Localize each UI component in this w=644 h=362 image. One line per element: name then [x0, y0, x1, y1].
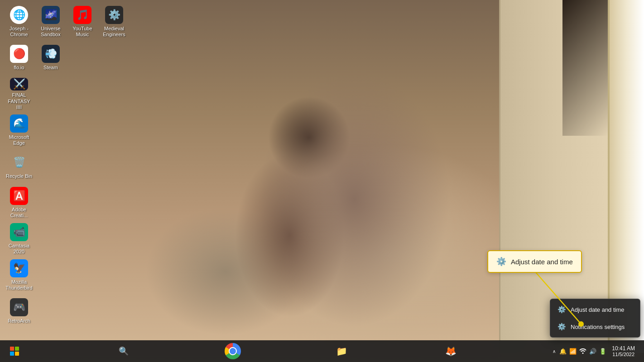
desktop-icons: 🌐Joseph - Chrome🌌Universe Sandbox🎵YouTub… — [4, 4, 130, 329]
icon-image-adobe-creative: 🅰️ — [10, 187, 28, 205]
search-button[interactable]: 🔍 — [115, 342, 133, 360]
desktop-icon-mozilla-thunderbird[interactable]: 🦅Mozilla Thunderbird — [4, 257, 34, 293]
chrome-icon — [225, 343, 241, 359]
notifications-settings-label: Notifications settings — [571, 324, 625, 330]
clock-area[interactable]: 10:41 AM 11/5/2022 — [608, 344, 639, 358]
network-icon[interactable]: 📶 — [569, 348, 577, 355]
callout-tooltip: ⚙️ Adjust date and time — [487, 250, 582, 273]
icon-image-retroarch: 🎮 — [10, 298, 28, 316]
desktop-icon-final-fantasy[interactable]: ⚔️FINAL FANTASY IIII — [4, 76, 34, 112]
taskbar: 🔍 📁 🦊 ∧ 🔔 📶 — [0, 340, 644, 362]
notifications-settings-icon: ⚙️ — [557, 323, 566, 331]
desktop-icon-medieval-engineers[interactable]: ⚙️Medieval Engineers — [99, 4, 130, 40]
notification-icon[interactable]: 🔔 — [559, 348, 567, 355]
clock-time: 10:41 AM — [612, 345, 635, 352]
desktop-icon-flolio[interactable]: 🔴flo.io — [4, 40, 34, 76]
desktop-icon-universe-sandbox[interactable]: 🌌Universe Sandbox — [35, 4, 66, 40]
desktop-icon-camtasia-2020[interactable]: 📹Camtasia 2020 — [4, 221, 34, 257]
icon-label-steam: Steam — [43, 65, 58, 71]
desktop-icon-steam[interactable]: 💨Steam — [35, 40, 66, 76]
icon-image-steam: 💨 — [42, 45, 60, 63]
logo-red — [10, 347, 14, 351]
icon-label-mozilla-thunderbird: Mozilla Thunderbird — [5, 279, 33, 291]
icon-label-camtasia-2020: Camtasia 2020 — [5, 243, 33, 255]
windows-logo — [10, 347, 19, 356]
icon-label-medieval-engineers: Medieval Engineers — [101, 26, 128, 38]
battery-icon: 🔋 — [599, 348, 606, 355]
icon-image-medieval-engineers: ⚙️ — [105, 6, 123, 24]
icon-label-youtube-music: YouTube Music — [69, 26, 96, 38]
desktop-icon-joseph-chrome[interactable]: 🌐Joseph - Chrome — [4, 4, 34, 40]
volume-icon[interactable]: 🔊 — [589, 348, 596, 355]
tray-overflow-button[interactable]: ∧ — [551, 347, 557, 356]
desktop-icon-youtube-music[interactable]: 🎵YouTube Music — [67, 4, 98, 40]
datetime-context-menu: ⚙️ Adjust date and time ⚙️ Notifications… — [550, 299, 640, 338]
desktop-icon-adobe-creative[interactable]: 🅰️Adobe Creati... — [4, 185, 34, 221]
notifications-settings-item[interactable]: ⚙️ Notifications settings — [550, 318, 640, 335]
icon-label-microsoft-edge: Microsoft Edge — [5, 134, 33, 146]
clock-date: 11/5/2022 — [612, 352, 634, 357]
icon-image-final-fantasy: ⚔️ — [10, 78, 28, 90]
adjust-datetime-label: Adjust date and time — [571, 306, 625, 313]
icon-image-universe-sandbox: 🌌 — [42, 6, 60, 24]
start-button[interactable] — [5, 342, 24, 360]
firefox-button[interactable]: 🦊 — [442, 342, 460, 360]
tray-icons: 🔔 📶 🔊 🔋 — [559, 347, 606, 356]
icon-label-flolio: flo.io — [14, 65, 24, 71]
chrome-taskbar-button[interactable] — [224, 342, 242, 360]
icon-label-universe-sandbox: Universe Sandbox — [37, 26, 64, 38]
logo-yellow — [15, 352, 19, 356]
adjust-datetime-item[interactable]: ⚙️ Adjust date and time — [550, 301, 640, 318]
icon-label-retroarch: RetroArch — [8, 318, 30, 324]
file-explorer-button[interactable]: 📁 — [333, 342, 351, 360]
adjust-datetime-icon: ⚙️ — [557, 305, 566, 314]
icon-image-camtasia-2020: 📹 — [10, 223, 28, 241]
icon-image-microsoft-edge: 🌊 — [10, 114, 28, 133]
callout-gear-icon: ⚙️ — [496, 257, 506, 267]
desktop-icon-microsoft-edge[interactable]: 🌊Microsoft Edge — [4, 112, 34, 148]
icon-label-final-fantasy: FINAL FANTASY IIII — [5, 92, 33, 110]
logo-blue — [10, 352, 14, 356]
desktop-icon-retroarch[interactable]: 🎮RetroArch — [4, 293, 34, 329]
icon-image-youtube-music: 🎵 — [73, 6, 91, 24]
icon-image-flolio: 🔴 — [10, 45, 28, 63]
icon-image-recycle-bin: 🗑️ — [10, 153, 28, 171]
desktop-icon-recycle-bin[interactable]: 🗑️Recycle Bin — [4, 148, 34, 185]
icon-image-joseph-chrome: 🌐 — [10, 6, 28, 24]
corner-shadow — [562, 0, 608, 136]
icon-label-joseph-chrome: Joseph - Chrome — [5, 26, 33, 38]
icon-label-recycle-bin: Recycle Bin — [6, 173, 32, 179]
callout-box: ⚙️ Adjust date and time — [487, 250, 582, 273]
logo-green — [15, 347, 19, 351]
callout-text: Adjust date and time — [511, 258, 573, 266]
wifi-icon — [579, 347, 586, 356]
icon-label-adobe-creative: Adobe Creati... — [5, 207, 33, 219]
icon-image-mozilla-thunderbird: 🦅 — [10, 259, 28, 277]
system-tray: ∧ 🔔 📶 🔊 🔋 10:41 AM 11/5/20 — [551, 344, 639, 358]
